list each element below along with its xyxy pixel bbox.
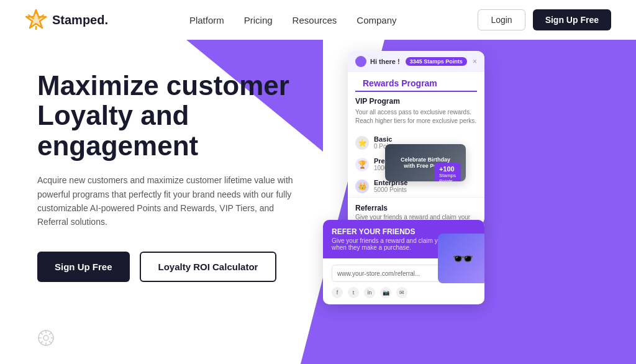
nav-pricing[interactable]: Pricing [244,15,273,25]
nav-links: Platform Pricing Resources Company [189,15,397,25]
birthday-points: +100 StampsPoints [434,163,461,181]
refer-social-icons: f t in 📷 ✉ [332,287,476,298]
logo-text: Stamped. [52,13,108,27]
birthday-image: Celebrate Birthdaywith Free Points +100 … [385,144,466,181]
rewards-avatar [355,56,366,67]
svg-point-5 [43,335,48,340]
tier-premium-icon: 🏆 [355,158,369,171]
nav-platform[interactable]: Platform [189,15,224,25]
social-facebook-icon[interactable]: f [332,287,343,298]
nav-actions: Login Sign Up Free [478,9,611,30]
tier-enterprise-points: 5000 Points [374,186,407,193]
social-instagram-icon[interactable]: 📷 [380,287,391,298]
social-twitter-icon[interactable]: t [348,287,359,298]
logo-icon [25,9,47,31]
signup-nav-button[interactable]: Sign Up Free [533,9,611,30]
hero-signup-button[interactable]: Sign Up Free [37,252,130,282]
nav-company[interactable]: Company [357,15,396,25]
rewards-points-badge: 3345 Stamps Points [406,57,467,66]
svg-line-10 [41,333,43,335]
svg-line-12 [50,333,52,335]
social-linkedin-icon[interactable]: in [364,287,375,298]
glasses-image: 🕶️ [438,234,484,283]
login-button[interactable]: Login [478,9,525,30]
hero-description: Acquire new customers and maximize custo… [37,173,298,229]
rewards-close-button[interactable]: × [473,57,477,66]
bottom-settings-icon [37,329,55,349]
rewards-panel-title: Rewards Program [355,72,477,92]
hero-mockups: Hi there ! 3345 Stamps Points × Rewards … [311,40,636,364]
logo[interactable]: Stamped. [25,9,108,31]
vip-title: VIP Program [348,97,484,108]
rewards-panel: Hi there ! 3345 Stamps Points × Rewards … [348,51,484,225]
navigation: Stamped. Platform Pricing Resources Comp… [0,0,636,40]
nav-resources[interactable]: Resources [293,15,337,25]
refer-card-body: www.your-store.com/referral... Copy f t … [323,258,484,304]
refer-card: REFER YOUR FRIENDS Give your friends a r… [323,220,484,304]
hero-buttons: Sign Up Free Loyalty ROI Calculator [37,252,311,282]
refer-url-text: www.your-store.com/referral... [337,270,445,277]
hero-title: Maximize customer Loyalty and engagement [37,71,311,161]
rewards-header: Hi there ! 3345 Stamps Points × [348,51,484,72]
svg-line-11 [50,342,52,344]
birthday-card: Celebrate Birthdaywith Free Points +100 … [385,144,466,181]
hero-content: Maximize customer Loyalty and engagement… [0,40,311,282]
referrals-title: Referrals [355,204,477,212]
roi-calculator-button[interactable]: Loyalty ROI Calculator [140,252,277,282]
settings-icon [37,329,55,347]
hero-section: Maximize customer Loyalty and engagement… [0,40,636,364]
rewards-greeting: Hi there ! [370,58,400,65]
vip-desc: Your all access pass to exclusive reward… [348,108,484,132]
tier-basic-name: Basic [374,135,396,143]
svg-line-13 [41,342,43,344]
social-email-icon[interactable]: ✉ [396,287,407,298]
tier-basic-icon: ⭐ [355,136,369,150]
tier-enterprise-icon: 👑 [355,180,369,193]
